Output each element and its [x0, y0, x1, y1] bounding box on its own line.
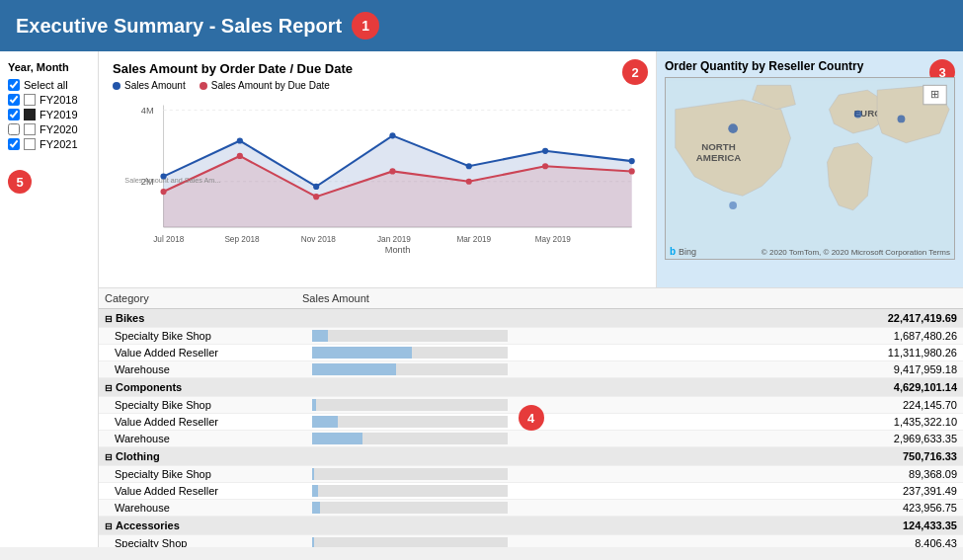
svg-text:Nov 2018: Nov 2018 — [301, 235, 337, 244]
svg-point-9 — [313, 184, 319, 190]
category-amount: 124,433.35 — [514, 517, 963, 535]
sidebar-title: Year, Month — [8, 61, 90, 73]
sidebar-item-fy2018[interactable]: FY2018 — [8, 94, 90, 106]
expand-icon[interactable]: ⊟ — [105, 314, 113, 324]
svg-point-12 — [542, 148, 548, 154]
col-category: Category — [99, 288, 296, 309]
sub-amount: 11,311,980.26 — [514, 345, 963, 361]
svg-text:Month: Month — [385, 245, 411, 253]
sub-bar — [296, 500, 514, 517]
line-chart-panel: Sales Amount by Order Date / Due Date Sa… — [99, 51, 657, 287]
fy2019-checkbox[interactable] — [8, 109, 20, 120]
sub-bar — [296, 345, 514, 361]
svg-point-21 — [629, 168, 635, 174]
sub-label: Specialty Shop — [99, 535, 296, 548]
sidebar-item-fy2021[interactable]: FY2021 — [8, 138, 90, 150]
legend-due-date: Sales Amount by Due Date — [200, 80, 330, 91]
sub-label: Specialty Bike Shop — [99, 466, 296, 483]
svg-text:4M: 4M — [141, 106, 154, 116]
charts-area: Sales Amount by Order Date / Due Date Sa… — [99, 51, 963, 547]
category-bar — [296, 447, 514, 466]
legend-sales-amount: Sales Amount — [113, 80, 186, 91]
sub-label: Warehouse — [99, 361, 296, 378]
svg-point-10 — [389, 132, 395, 138]
category-bar — [296, 378, 514, 397]
sub-label: Warehouse — [99, 431, 296, 447]
svg-text:NORTH: NORTH — [701, 141, 736, 152]
sub-label: Warehouse — [99, 500, 296, 517]
map-container[interactable]: NORTH AMERICA EURC — [665, 77, 955, 260]
svg-point-42 — [729, 201, 737, 209]
sidebar-item-fy2020[interactable]: FY2020 — [8, 123, 90, 135]
svg-point-17 — [313, 194, 319, 200]
svg-point-15 — [160, 189, 166, 195]
fy2021-checkbox[interactable] — [8, 138, 20, 150]
svg-text:AMERICA: AMERICA — [696, 152, 741, 163]
sub-amount: 89,368.09 — [514, 466, 963, 483]
table-area: 4 Category Sales Amount ⊟Bikes 22,417,41… — [99, 288, 963, 547]
sub-bar — [296, 414, 514, 431]
svg-point-20 — [542, 163, 548, 169]
sub-amount: 237,391.49 — [514, 483, 963, 500]
chart-legend: Sales Amount Sales Amount by Due Date — [113, 80, 642, 91]
sub-label: Value Added Reseller — [99, 345, 296, 361]
sub-bar — [296, 328, 514, 345]
sub-amount: 224,145.70 — [514, 397, 963, 414]
map-panel: Order Quantity by Reseller Country 3 NOR… — [657, 51, 963, 287]
sub-bar — [296, 535, 514, 548]
header-title: Executive Summary - Sales Report — [16, 15, 342, 38]
sidebar-select-all[interactable]: Select all — [8, 79, 90, 91]
expand-icon[interactable]: ⊟ — [105, 521, 113, 531]
map-title: Order Quantity by Reseller Country — [665, 59, 955, 73]
category-label: ⊟Components — [99, 378, 296, 397]
col-amount-value — [514, 288, 963, 309]
category-amount: 22,417,419.69 — [514, 309, 963, 328]
badge-1: 1 — [352, 12, 379, 40]
svg-point-39 — [728, 123, 738, 133]
category-bar — [296, 517, 514, 535]
svg-text:⊞: ⊞ — [930, 88, 939, 100]
badge-5: 5 — [8, 170, 32, 194]
svg-text:Jul 2018: Jul 2018 — [153, 235, 185, 244]
svg-point-19 — [466, 179, 472, 185]
fy2020-swatch — [24, 123, 36, 135]
fy2020-checkbox[interactable] — [8, 123, 20, 135]
svg-text:Sales Amount and Sales Am...: Sales Amount and Sales Am... — [124, 176, 220, 185]
line-chart-svg-container: 4M 2M — [113, 95, 642, 253]
svg-point-13 — [629, 158, 635, 164]
sub-label: Value Added Reseller — [99, 414, 296, 431]
legend-dot-sales — [113, 82, 120, 90]
line-chart-title: Sales Amount by Order Date / Due Date — [113, 61, 642, 76]
sub-bar — [296, 466, 514, 483]
category-bar — [296, 309, 514, 328]
sub-amount: 1,687,480.26 — [514, 328, 963, 345]
badge-4: 4 — [519, 405, 544, 431]
charts-top: Sales Amount by Order Date / Due Date Sa… — [99, 51, 963, 288]
bing-logo: b Bing — [670, 246, 696, 257]
category-label: ⊟Bikes — [99, 309, 296, 328]
sub-bar — [296, 361, 514, 378]
category-label: ⊟Accessories — [99, 517, 296, 535]
line-chart-svg: 4M 2M — [113, 95, 642, 253]
svg-point-16 — [237, 153, 243, 159]
svg-point-41 — [898, 116, 906, 123]
fy2018-swatch — [24, 94, 36, 106]
svg-text:Sep 2018: Sep 2018 — [224, 235, 260, 244]
fy2019-swatch — [24, 109, 36, 120]
sub-amount: 1,435,322.10 — [514, 414, 963, 431]
sub-bar — [296, 431, 514, 447]
expand-icon[interactable]: ⊟ — [105, 452, 113, 462]
sub-amount: 423,956.75 — [514, 500, 963, 517]
sub-label: Value Added Reseller — [99, 483, 296, 500]
map-copyright: © 2020 TomTom, © 2020 Microsoft Corporat… — [762, 248, 950, 257]
badge-2: 2 — [622, 59, 648, 85]
sidebar-item-fy2019[interactable]: FY2019 — [8, 109, 90, 120]
sub-label: Specialty Bike Shop — [99, 328, 296, 345]
fy2018-checkbox[interactable] — [8, 94, 20, 106]
expand-icon[interactable]: ⊟ — [105, 383, 113, 393]
category-label: ⊟Clothing — [99, 447, 296, 466]
legend-dot-due — [200, 82, 207, 90]
fy2021-swatch — [24, 138, 36, 150]
svg-point-40 — [854, 111, 862, 119]
select-all-checkbox[interactable] — [8, 79, 20, 91]
